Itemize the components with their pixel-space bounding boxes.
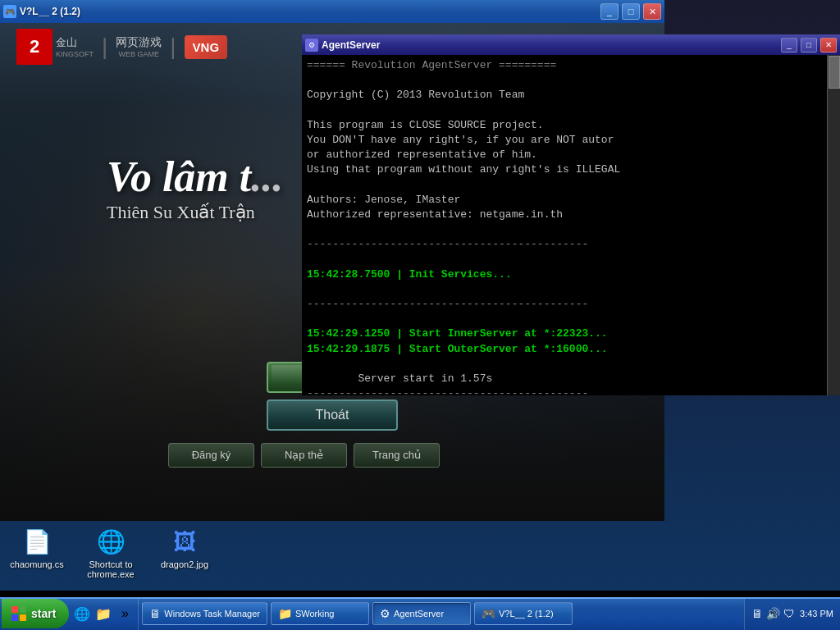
taskbar-btn-0[interactable]: 🖥 Windows Task Manager (142, 602, 267, 625)
main-window: 🎮 V?L__ 2 (1.2) _ □ ✕ (0, 0, 664, 23)
console-line (307, 282, 820, 297)
console-line: Server start in 1.57s (307, 372, 820, 386)
ql-arrow-icon[interactable]: » (115, 604, 135, 623)
agent-server-titlebar[interactable]: ⚙ AgentServer _ □ ✕ (302, 34, 840, 55)
console-line: ----------------------------------------… (307, 297, 820, 312)
game-title-sub: Thiên Su Xuất Trận (107, 202, 283, 223)
console-line: Authorized representative: netgame.in.th (307, 208, 820, 222)
taskbar-btn-label-3: V?L__ 2 (1.2) (499, 609, 554, 619)
game-title-main: Vo lâm t... (107, 156, 283, 199)
console-scrollbar[interactable] (827, 55, 840, 395)
wangtu-latin: WEB GAME (119, 50, 160, 58)
desktop-icons-area: 📄 chaomung.cs 🌐 Shortcut to chrome.exe 🖼… (8, 525, 213, 579)
logo-sep1: | (102, 34, 107, 60)
main-window-icon: 🎮 (3, 5, 16, 18)
kingsoft-latin: KINGSOFT (56, 50, 94, 58)
kingsoft-logo: 2 (30, 36, 39, 57)
desktop-icon-1[interactable]: 🌐 Shortcut to chrome.exe (82, 525, 139, 579)
console-line (307, 222, 820, 237)
start-label: start (31, 607, 56, 620)
taskbar-buttons: 🖥 Windows Task Manager 📁 SWorking ⚙ Agen… (139, 602, 744, 625)
desktop-icon-label-1: Shortcut to chrome.exe (82, 559, 139, 579)
ql-ie-icon[interactable]: 🌐 (72, 604, 92, 623)
agent-icon: ⚙ (305, 39, 318, 52)
taskbar-btn-label-2: AgentServer (394, 609, 444, 619)
system-tray: 🖥 🔊 🛡 3:43 PM (744, 597, 840, 630)
main-window-title: V?L__ 2 (1.2) (20, 6, 597, 17)
taskbar: start 🌐 📁 » 🖥 Windows Task Manager 📁 SWo… (0, 597, 840, 630)
tray-network-icon[interactable]: 🖥 (751, 607, 763, 620)
agent-server-window: ⚙ AgentServer _ □ ✕ ====== Revolution Ag… (302, 34, 840, 395)
taskbar-btn-label-0: Windows Task Manager (164, 609, 260, 619)
console-line (307, 357, 820, 372)
agent-console: ====== Revolution AgentServer ========= … (302, 55, 840, 395)
maximize-button[interactable]: □ (622, 3, 640, 20)
wangtu-chinese: 网页游戏 (116, 35, 162, 50)
console-line: 15:42:29.1875 | Start OuterServer at *:1… (307, 342, 820, 357)
taskbar-btn-icon-0: 🖥 (149, 607, 161, 620)
ql-folder-icon[interactable]: 📁 (94, 604, 113, 623)
console-output: ====== Revolution AgentServer ========= … (307, 58, 835, 395)
tray-volume-icon[interactable]: 🔊 (766, 607, 780, 620)
exit-game-button[interactable]: Thoát (267, 399, 398, 431)
console-line: Copyright (C) 2013 Revolution Team (307, 88, 820, 103)
agent-restore-button[interactable]: □ (801, 38, 817, 52)
taskbar-btn-icon-3: 🎮 (482, 607, 495, 620)
quick-launch-bar: 🌐 📁 » (69, 597, 139, 630)
close-button[interactable]: ✕ (643, 3, 661, 20)
website-button[interactable]: Trang chủ (354, 443, 440, 468)
logo-yellow (20, 614, 26, 621)
logo-blue (11, 614, 18, 621)
desktop-icon-0[interactable]: 📄 chaomung.cs (8, 525, 66, 579)
agent-minimize-button[interactable]: _ (781, 38, 797, 52)
console-line: You DON'T have any right's, if you are N… (307, 133, 820, 148)
console-line: ----------------------------------------… (307, 237, 820, 252)
minimize-button[interactable]: _ (600, 3, 619, 20)
logo-red (11, 606, 18, 613)
taskbar-btn-2[interactable]: ⚙ AgentServer (372, 602, 471, 625)
start-button[interactable]: start (2, 599, 69, 628)
desktop-icon-img-2: 🖼 (168, 525, 201, 558)
system-clock: 3:43 PM (800, 608, 833, 619)
desktop-icon-img-0: 📄 (21, 525, 53, 558)
console-line: Using that program without any right's i… (307, 162, 820, 177)
vnq-logo: VNG (185, 35, 228, 59)
desktop-icon-img-1: 🌐 (94, 525, 127, 558)
taskbar-btn-label-1: SWorking (295, 609, 334, 619)
desktop-icon-2[interactable]: 🖼 dragon2.jpg (156, 525, 213, 579)
console-line: 15:42:28.7500 | Init Services... (307, 267, 820, 282)
console-scrollbar-thumb[interactable] (829, 56, 840, 89)
register-button[interactable]: Đăng ký (168, 443, 254, 468)
taskbar-btn-1[interactable]: 📁 SWorking (271, 602, 369, 625)
desktop: 2 金山 KINGSOFT | 网页游戏 WEB GAME | VNG Vo l… (0, 0, 840, 591)
recharge-button[interactable]: Nạp thẻ (261, 443, 347, 468)
console-line (307, 73, 820, 88)
console-line: 15:42:29.1250 | Start InnerServer at *:2… (307, 326, 820, 341)
console-line: ----------------------------------------… (307, 386, 820, 395)
console-line: ====== Revolution AgentServer ========= (307, 58, 820, 73)
taskbar-btn-icon-1: 📁 (278, 607, 292, 620)
logo-area: 2 金山 KINGSOFT | 网页游戏 WEB GAME | VNG (16, 29, 227, 65)
taskbar-btn-icon-2: ⚙ (380, 607, 390, 620)
console-line (307, 103, 820, 118)
agent-close-button[interactable]: ✕ (820, 38, 837, 52)
game-title-area: Vo lâm t... Thiên Su Xuất Trận (107, 156, 283, 223)
logo-green (20, 606, 26, 613)
console-line: or authorized representative of him. (307, 148, 820, 162)
desktop-icon-label-2: dragon2.jpg (161, 559, 208, 569)
console-line: Authors: Jenose, IMaster (307, 193, 820, 208)
tray-security-icon[interactable]: 🛡 (783, 607, 795, 620)
agent-title: AgentServer (322, 39, 778, 51)
tray-icons: 🖥 🔊 🛡 (751, 607, 795, 620)
console-line (307, 178, 820, 193)
console-line: This program is CLOSE SOURCE project. (307, 118, 820, 133)
windows-logo (11, 606, 26, 621)
kingsoft-chinese: 金山 (56, 35, 94, 50)
desktop-icon-label-0: chaomung.cs (10, 559, 63, 569)
game-nav-buttons: Đăng ký Nạp thẻ Trang chủ (168, 443, 440, 468)
taskbar-btn-3[interactable]: 🎮 V?L__ 2 (1.2) (474, 602, 573, 625)
console-line (307, 252, 820, 267)
logo-sep2: | (170, 34, 176, 60)
main-window-titlebar: 🎮 V?L__ 2 (1.2) _ □ ✕ (0, 0, 664, 23)
console-line (307, 312, 820, 326)
